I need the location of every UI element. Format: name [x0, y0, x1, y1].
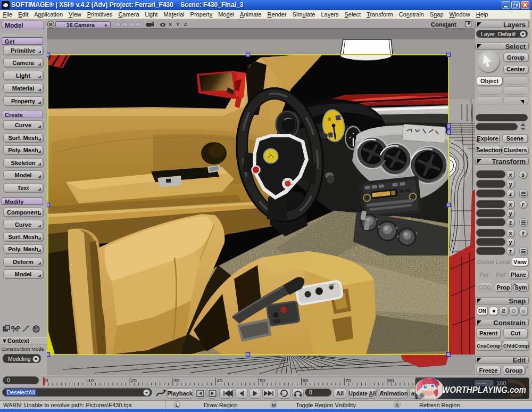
svg-text:70: 70: [345, 377, 351, 383]
svg-text:40: 40: [217, 377, 222, 383]
svg-text:80: 80: [388, 377, 394, 383]
svg-text:10: 10: [88, 377, 94, 383]
svg-text:50: 50: [260, 377, 265, 383]
svg-text:60: 60: [303, 377, 309, 383]
svg-text:WORTHPLAYING.com: WORTHPLAYING.com: [442, 385, 526, 395]
svg-text:0: 0: [45, 377, 48, 383]
svg-text:20: 20: [131, 377, 137, 383]
svg-text:30: 30: [174, 377, 180, 383]
